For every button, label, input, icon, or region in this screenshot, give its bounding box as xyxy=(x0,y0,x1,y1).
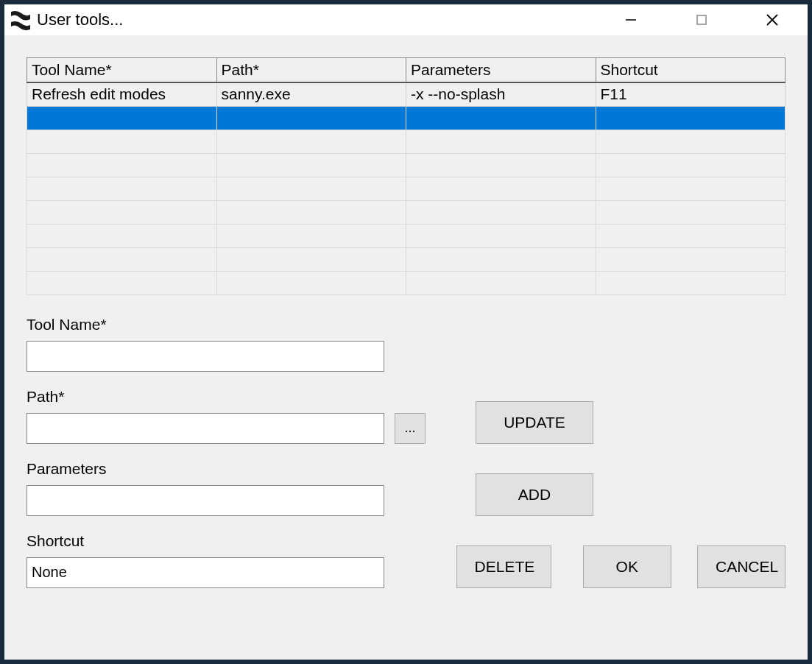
cell-shortcut: F11 xyxy=(596,82,785,106)
content-area: Tool Name* Path* Parameters Shortcut Ref… xyxy=(4,35,808,660)
table-row-empty[interactable] xyxy=(27,247,785,271)
cancel-button[interactable]: CANCEL xyxy=(697,545,785,588)
delete-button[interactable]: DELETE xyxy=(456,545,552,588)
app-icon xyxy=(9,8,32,32)
col-parameters[interactable]: Parameters xyxy=(406,58,596,83)
minimize-button[interactable] xyxy=(596,4,666,35)
table-row-empty[interactable] xyxy=(27,200,785,224)
maximize-icon xyxy=(695,13,708,27)
path-label: Path* xyxy=(27,388,384,406)
tool-name-input[interactable] xyxy=(27,341,384,372)
user-tools-dialog: User tools... Tool Name* Path* Parameter… xyxy=(4,4,808,660)
tools-table-wrap: Tool Name* Path* Parameters Shortcut Ref… xyxy=(27,57,785,295)
cell-empty xyxy=(216,106,406,130)
window-title: User tools... xyxy=(37,10,596,29)
col-tool-name[interactable]: Tool Name* xyxy=(27,58,217,83)
update-button[interactable]: UPDATE xyxy=(476,401,593,444)
close-button[interactable] xyxy=(737,4,808,35)
browse-button[interactable]: ... xyxy=(395,413,426,444)
path-input[interactable] xyxy=(27,413,384,444)
minimize-icon xyxy=(624,13,638,27)
cell-path: sanny.exe xyxy=(216,82,406,106)
cell-empty xyxy=(596,106,785,130)
col-path[interactable]: Path* xyxy=(216,58,406,83)
table-row-empty[interactable] xyxy=(27,224,785,247)
svg-rect-2 xyxy=(697,15,706,24)
table-row-empty[interactable] xyxy=(27,271,785,294)
table-header-row: Tool Name* Path* Parameters Shortcut xyxy=(27,58,785,83)
close-icon xyxy=(765,13,780,27)
form-area: Tool Name* Path* ... UPDATE Parameters xyxy=(27,316,785,588)
cell-empty xyxy=(406,106,596,130)
cell-empty xyxy=(27,106,217,130)
maximize-button[interactable] xyxy=(666,4,737,35)
table-row[interactable]: Refresh edit modes sanny.exe -x --no-spl… xyxy=(27,82,785,106)
col-shortcut[interactable]: Shortcut xyxy=(596,58,785,83)
titlebar: User tools... xyxy=(4,4,808,35)
shortcut-label: Shortcut xyxy=(27,532,384,550)
cell-parameters: -x --no-splash xyxy=(406,82,596,106)
cell-tool-name: Refresh edit modes xyxy=(27,82,217,106)
table-row-empty[interactable] xyxy=(27,153,785,177)
table-row-empty[interactable] xyxy=(27,177,785,200)
tool-name-label: Tool Name* xyxy=(27,316,384,333)
parameters-label: Parameters xyxy=(27,460,384,478)
window-controls xyxy=(596,4,808,35)
shortcut-input[interactable] xyxy=(27,557,384,588)
tools-table[interactable]: Tool Name* Path* Parameters Shortcut Ref… xyxy=(27,57,785,295)
ok-button[interactable]: OK xyxy=(583,545,671,588)
table-row-selected[interactable] xyxy=(27,106,785,130)
parameters-input[interactable] xyxy=(27,485,384,516)
add-button[interactable]: ADD xyxy=(476,473,593,516)
table-row-empty[interactable] xyxy=(27,130,785,153)
